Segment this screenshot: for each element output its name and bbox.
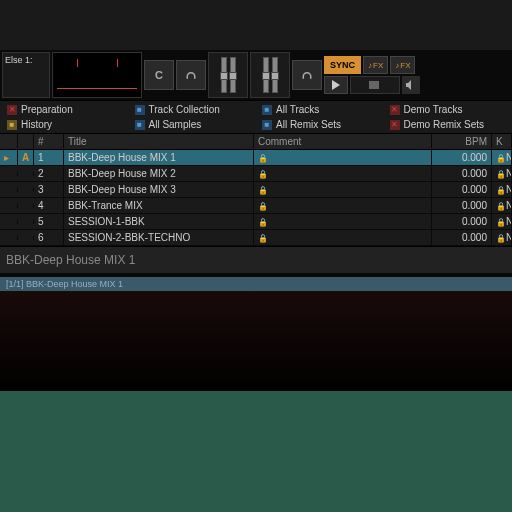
row-number: 4 xyxy=(34,198,64,213)
favorite-item[interactable]: ■All Samples xyxy=(129,117,257,132)
bottom-area xyxy=(0,291,512,391)
fx-button-1[interactable]: ♪FX xyxy=(363,56,388,74)
column-play[interactable] xyxy=(0,134,18,149)
row-comment: 🔒 xyxy=(254,214,432,229)
favorite-label: Preparation xyxy=(21,104,73,115)
track-detail: BBK-Deep House MIX 1 xyxy=(0,246,512,273)
favorite-item[interactable]: ■History xyxy=(1,117,129,132)
lock-icon: 🔒 xyxy=(258,170,268,179)
row-title: BBK-Deep House MIX 1 xyxy=(64,150,254,165)
favorites-bar: ✕Preparation■Track Collection■All Tracks… xyxy=(0,100,512,134)
favorite-label: History xyxy=(21,119,52,130)
fx-button-2[interactable]: ♪FX xyxy=(390,56,415,74)
favorite-item[interactable]: ■All Tracks xyxy=(256,102,384,117)
row-title: SESSION-1-BBK xyxy=(64,214,254,229)
table-body: ▸A1BBK-Deep House MIX 1🔒0.000🔒N2BBK-Deep… xyxy=(0,150,512,246)
row-title: BBK-Deep House MIX 3 xyxy=(64,182,254,197)
column-key[interactable]: K xyxy=(492,134,512,149)
table-row[interactable]: 6SESSION-2-BBK-TECHNO🔒0.000🔒N xyxy=(0,230,512,246)
row-key: 🔒N xyxy=(492,182,512,197)
table-row[interactable]: ▸A1BBK-Deep House MIX 1🔒0.000🔒N xyxy=(0,150,512,166)
deck-else-indicator: Else 1: xyxy=(2,52,50,98)
table-header: # Title Comment BPM K xyxy=(0,134,512,150)
favorite-item[interactable]: ■Track Collection xyxy=(129,102,257,117)
favorite-item[interactable]: ✕Demo Remix Sets xyxy=(384,117,512,132)
else-label: Else 1: xyxy=(5,55,33,65)
favorite-item[interactable]: ✕Demo Tracks xyxy=(384,102,512,117)
table-row[interactable]: 3BBK-Deep House MIX 3🔒0.000🔒N xyxy=(0,182,512,198)
lock-icon: 🔒 xyxy=(258,202,268,211)
favorite-item[interactable]: ✕Preparation xyxy=(1,102,129,117)
fader[interactable] xyxy=(221,57,227,93)
favorite-folder-icon: ■ xyxy=(262,120,272,130)
row-number: 1 xyxy=(34,150,64,165)
headphones-icon xyxy=(301,69,313,81)
row-title: BBK-Trance MIX xyxy=(64,198,254,213)
row-number: 3 xyxy=(34,182,64,197)
waveform-mini[interactable] xyxy=(52,52,142,98)
column-bpm[interactable]: BPM xyxy=(432,134,492,149)
row-play-indicator xyxy=(0,220,18,224)
column-title[interactable]: Title xyxy=(64,134,254,149)
table-row[interactable]: 4BBK-Trance MIX🔒0.000🔒N xyxy=(0,198,512,214)
speaker-button[interactable] xyxy=(402,76,420,94)
headphones-button-2[interactable] xyxy=(292,60,322,90)
mixer-faders-left[interactable] xyxy=(208,52,248,98)
favorite-label: Demo Tracks xyxy=(404,104,463,115)
row-play-indicator xyxy=(0,204,18,208)
row-comment: 🔒 xyxy=(254,198,432,213)
row-deck-letter: A xyxy=(18,150,34,165)
row-bpm: 0.000 xyxy=(432,198,492,213)
row-number: 5 xyxy=(34,214,64,229)
column-number[interactable]: # xyxy=(34,134,64,149)
track-table: # Title Comment BPM K ▸A1BBK-Deep House … xyxy=(0,134,512,246)
table-row[interactable]: 5SESSION-1-BBK🔒0.000🔒N xyxy=(0,214,512,230)
c-button[interactable]: C xyxy=(144,60,174,90)
lock-icon: 🔒 xyxy=(258,154,268,163)
favorite-label: All Samples xyxy=(149,119,202,130)
lock-icon: 🔒 xyxy=(258,218,268,227)
row-key: 🔒N xyxy=(492,166,512,181)
favorite-folder-icon: ✕ xyxy=(390,120,400,130)
favorite-folder-icon: ■ xyxy=(135,120,145,130)
row-title: BBK-Deep House MIX 2 xyxy=(64,166,254,181)
favorite-label: All Remix Sets xyxy=(276,119,341,130)
table-row[interactable]: 2BBK-Deep House MIX 2🔒0.000🔒N xyxy=(0,166,512,182)
row-bpm: 0.000 xyxy=(432,166,492,181)
row-play-indicator: ▸ xyxy=(0,150,18,165)
row-play-indicator xyxy=(0,236,18,240)
row-comment: 🔒 xyxy=(254,166,432,181)
sync-button[interactable]: SYNC xyxy=(324,56,361,74)
favorite-label: All Tracks xyxy=(276,104,319,115)
headphones-button[interactable] xyxy=(176,60,206,90)
row-bpm: 0.000 xyxy=(432,182,492,197)
play-icon xyxy=(330,79,342,91)
column-comment[interactable]: Comment xyxy=(254,134,432,149)
favorite-folder-icon: ✕ xyxy=(7,105,17,115)
headphones-icon xyxy=(185,69,197,81)
row-deck-letter xyxy=(18,172,34,176)
row-key: 🔒N xyxy=(492,198,512,213)
row-deck-letter xyxy=(18,236,34,240)
play-button[interactable] xyxy=(324,76,348,94)
fader[interactable] xyxy=(230,57,236,93)
column-deck[interactable] xyxy=(18,134,34,149)
row-bpm: 0.000 xyxy=(432,150,492,165)
row-comment: 🔒 xyxy=(254,150,432,165)
speaker-icon xyxy=(405,79,417,91)
crossfader[interactable] xyxy=(350,76,400,94)
row-deck-letter xyxy=(18,188,34,192)
favorite-item[interactable]: ■All Remix Sets xyxy=(256,117,384,132)
row-deck-letter xyxy=(18,220,34,224)
mixer-faders-right[interactable] xyxy=(250,52,290,98)
lock-icon: 🔒 xyxy=(258,234,268,243)
detail-title: BBK-Deep House MIX 1 xyxy=(6,253,506,267)
fader[interactable] xyxy=(272,57,278,93)
row-bpm: 0.000 xyxy=(432,214,492,229)
favorite-folder-icon: ■ xyxy=(135,105,145,115)
favorite-label: Track Collection xyxy=(149,104,220,115)
fader[interactable] xyxy=(263,57,269,93)
row-comment: 🔒 xyxy=(254,230,432,245)
row-bpm: 0.000 xyxy=(432,230,492,245)
favorite-folder-icon: ■ xyxy=(7,120,17,130)
